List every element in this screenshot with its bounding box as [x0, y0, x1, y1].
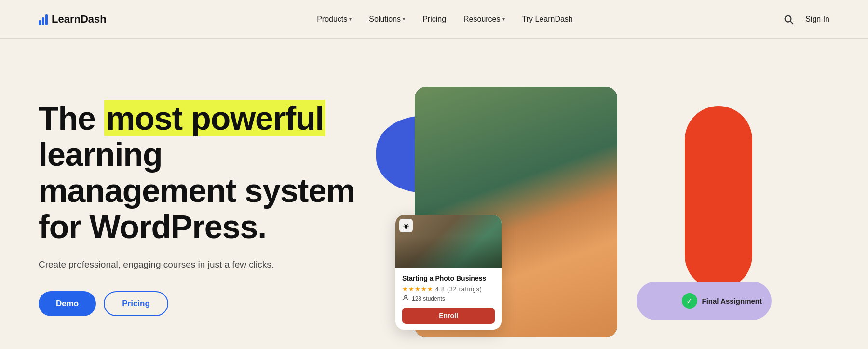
- hero-heading: The most powerful learning management sy…: [39, 100, 366, 244]
- svg-point-2: [405, 295, 407, 298]
- nav-pricing[interactable]: Pricing: [422, 15, 446, 24]
- enroll-button[interactable]: Enroll: [402, 308, 495, 324]
- card-logo-icon: ◉: [399, 219, 413, 232]
- nav-solutions[interactable]: Solutions ▾: [369, 15, 405, 24]
- course-card: ◉ Starting a Photo Business ★★★★★ 4.8 (3…: [395, 215, 502, 330]
- logo[interactable]: LearnDash: [39, 13, 107, 26]
- chevron-down-icon: ▾: [403, 16, 405, 22]
- nav-products[interactable]: Products ▾: [317, 15, 352, 24]
- card-stars: ★★★★★ 4.8 (32 ratings): [402, 285, 495, 293]
- pricing-button[interactable]: Pricing: [104, 291, 168, 316]
- hero-content: The most powerful learning management sy…: [39, 100, 366, 316]
- hero-visuals: ◉ Starting a Photo Business ★★★★★ 4.8 (3…: [366, 67, 829, 349]
- nav-resources[interactable]: Resources ▾: [463, 15, 504, 24]
- chevron-down-icon: ▾: [349, 16, 352, 22]
- signin-button[interactable]: Sign In: [805, 15, 829, 24]
- students-icon: [402, 295, 409, 303]
- card-title: Starting a Photo Business: [402, 274, 495, 282]
- red-blob-decoration: [685, 106, 752, 289]
- hero-subtext: Create professional, engaging courses in…: [39, 258, 366, 272]
- final-assignment-label: Final Assignment: [702, 297, 762, 305]
- final-assignment-badge: ✓ Final Assignment: [637, 282, 772, 320]
- card-rating: 4.8 (32 ratings): [435, 286, 482, 293]
- nav-links: Products ▾ Solutions ▾ Pricing Resources…: [317, 15, 573, 24]
- logo-text: LearnDash: [52, 13, 107, 26]
- chevron-down-icon: ▾: [502, 16, 505, 22]
- hero-section: The most powerful learning management sy…: [0, 39, 868, 349]
- check-icon: ✓: [682, 293, 697, 309]
- navbar: LearnDash Products ▾ Solutions ▾ Pricing…: [0, 0, 868, 39]
- svg-line-1: [790, 21, 793, 24]
- nav-try-learndash[interactable]: Try LearnDash: [522, 15, 573, 24]
- search-button[interactable]: [783, 14, 794, 25]
- logo-icon: [39, 13, 48, 25]
- nav-right: Sign In: [783, 14, 829, 25]
- card-body: Starting a Photo Business ★★★★★ 4.8 (32 …: [395, 268, 502, 330]
- demo-button[interactable]: Demo: [39, 291, 96, 316]
- highlight-text: most powerful: [104, 100, 326, 136]
- hero-buttons: Demo Pricing: [39, 291, 366, 316]
- card-students: 128 students: [402, 295, 495, 303]
- search-icon: [783, 14, 794, 25]
- card-image: ◉: [395, 215, 502, 268]
